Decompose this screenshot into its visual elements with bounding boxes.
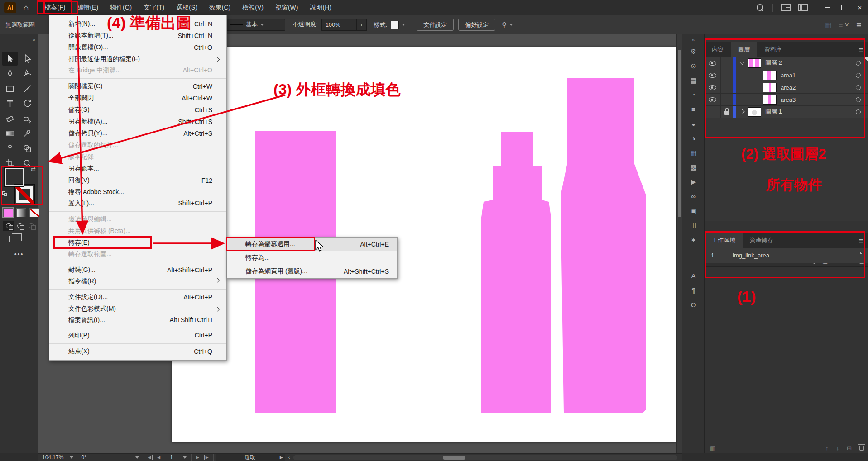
layer-thumbnail[interactable] [763,95,777,105]
panel-tab[interactable]: 資料庫 [757,42,789,57]
file-menu-item[interactable]: 文件設定(D)... Alt+Ctrl+P [49,291,226,303]
zoom-level-select[interactable]: 104.17% [38,454,77,461]
shaper-tool[interactable] [19,111,35,125]
arrange-documents-icon[interactable] [798,4,808,11]
menubar-item[interactable]: 視窗(W) [269,0,304,15]
file-menu-item[interactable]: 打開最近使用過的檔案(F) [49,53,226,65]
draw-normal-mode[interactable] [3,221,14,231]
shape-builder-tool[interactable] [19,141,35,155]
export-submenu-item[interactable]: 轉存為... [227,251,397,265]
dock-panel-icon[interactable]: ◔ [691,91,695,98]
dock-panel-icon[interactable]: O [691,301,696,308]
status-expand-icon[interactable]: ‹ [288,455,290,460]
dock-panel-icon[interactable]: ⊙ [691,62,696,69]
menubar-item[interactable]: 檢視(V) [236,0,269,15]
file-menu-item[interactable]: 搜尋 Adobe Stock... [49,186,226,198]
search-icon[interactable] [757,4,763,11]
panel-tab[interactable]: 資產轉存 [743,233,781,248]
eye-icon[interactable] [709,97,716,102]
dock-panel-icon[interactable]: ∞ [691,193,696,200]
lock-cell[interactable] [721,81,733,93]
file-menu-item[interactable]: 儲存(S) Ctrl+S [49,104,226,116]
vertical-scrollbar[interactable] [676,34,682,453]
draw-inside-mode[interactable] [25,221,37,231]
layer-name[interactable]: area1 [781,72,796,79]
stroke-style-label[interactable]: 基本 [246,20,258,29]
puppet-warp-tool[interactable] [2,141,18,155]
edit-toolbar-icon[interactable]: ••• [14,251,24,258]
dock-panel-icon[interactable]: ▣ [690,207,696,214]
new-artboard-icon[interactable]: ⊞ [847,445,852,451]
first-artboard-button[interactable]: ◀ [148,455,153,460]
file-menu-item[interactable]: 全部關閉 Alt+Ctrl+W [49,92,226,104]
direct-selection-tool[interactable] [19,52,35,66]
file-menu-item[interactable]: 另存範本... [49,163,226,175]
file-menu-item[interactable]: 轉存(E) [49,237,226,249]
dock-panel-icon[interactable]: ▦ [690,149,696,156]
dock-panel-icon[interactable]: ¶ [691,287,695,294]
artboards-panel-menu-icon[interactable]: ≣ [858,238,864,245]
eraser-tool[interactable] [2,111,18,125]
layer-thumbnail[interactable] [748,58,761,68]
visibility-cell[interactable] [705,69,721,81]
lock-cell[interactable] [721,94,733,105]
opacity-label[interactable]: 不透明度: [293,20,318,29]
layer-row[interactable]: 圖層 2 [705,57,868,69]
file-menu-item[interactable]: 檔案資訊(I)... Alt+Shift+Ctrl+I [49,315,226,328]
panel-tab[interactable]: 工作區域 [705,233,743,248]
rectangle-tool[interactable] [2,81,18,95]
dock-panel-icon[interactable]: ▩ [690,164,696,171]
file-menu-item[interactable]: 開啟舊檔(O)... Ctrl+O [49,42,226,53]
workspace-switcher-icon[interactable] [781,4,791,11]
file-menu-item[interactable]: 在 Bridge 中瀏覽... Alt+Ctrl+O [49,65,226,79]
menubar-item[interactable]: 說明(H) [304,0,337,15]
artboard-row[interactable]: 1 img_link_area [705,248,868,263]
target-cell[interactable] [848,81,868,93]
layer-name[interactable]: area3 [781,96,796,103]
document-setup-button[interactable]: 文件設定 [417,19,454,31]
menubar-item[interactable]: 效果(C) [203,0,236,15]
menubar-item[interactable]: 編輯(E) [71,0,104,15]
opacity-input[interactable]: 100% [321,19,357,31]
status-play-icon[interactable]: ▶ [280,455,283,460]
target-cell[interactable] [848,94,868,105]
visibility-cell[interactable] [705,94,721,105]
file-menu-item[interactable]: 儲存拷貝(Y)... Alt+Ctrl+S [49,128,226,139]
dock-panel-icon[interactable]: ◑ [691,135,695,142]
file-menu-item[interactable]: 置入(L)... Shift+Ctrl+P [49,198,226,212]
target-cell[interactable] [848,106,868,118]
eyedropper-tool[interactable] [19,126,35,140]
pen-tool[interactable] [2,67,18,81]
eye-icon[interactable] [709,85,716,90]
expand-chevron-icon[interactable] [739,109,744,114]
align-icons[interactable]: ▦ [825,21,832,29]
horizontal-scrollbar-thumb[interactable] [443,456,465,460]
layer-row[interactable]: area1 [705,69,868,81]
shape-area2[interactable] [481,132,551,413]
prev-artboard-button[interactable]: ◀ [157,455,160,460]
file-menu-item[interactable]: 列印(P)... Ctrl+P [49,330,226,344]
file-menu-item[interactable]: 邀請參與編輯... [49,214,226,225]
expand-panels-icon[interactable]: » [692,37,695,43]
layer-thumbnail[interactable] [763,83,777,92]
style-swatch[interactable] [391,21,399,29]
layer-row[interactable]: area3 [705,94,868,106]
panel-tab[interactable]: 圖層 [731,42,757,57]
target-circle-icon[interactable] [856,85,861,90]
draw-behind-mode[interactable] [14,221,25,231]
file-menu-item[interactable]: 另存新檔(A)... Shift+Ctrl+S [49,116,226,128]
fill-color-well[interactable] [4,167,24,187]
gradient-tool[interactable] [2,126,18,140]
rotate-tool[interactable] [19,96,35,110]
layer-name[interactable]: 圖層 2 [765,59,782,67]
control-bar-menu-icon[interactable]: ≣ [856,21,862,29]
dock-panel-icon[interactable]: ▶ [691,178,696,185]
layer-thumbnail[interactable] [748,107,761,117]
export-submenu-item[interactable]: 轉存為螢幕適用... Alt+Ctrl+E [227,238,397,251]
artboard-name[interactable]: img_link_area [725,252,769,259]
panel-tab[interactable]: 內容 [705,42,731,57]
file-menu-item[interactable]: 封裝(G)... Alt+Shift+Ctrl+P [49,264,226,276]
dock-panel-icon[interactable]: A [691,272,695,279]
move-up-icon[interactable]: ↑ [825,445,829,451]
target-circle-icon[interactable] [856,97,861,102]
